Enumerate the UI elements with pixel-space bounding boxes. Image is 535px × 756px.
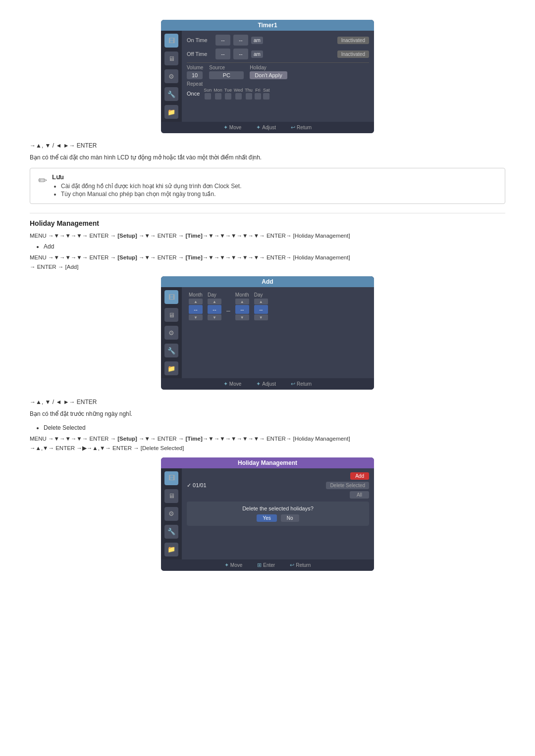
add-footer-return[interactable]: ↩ Return (291, 381, 312, 387)
day-up-1[interactable]: ▲ (208, 299, 221, 304)
off-time-hour[interactable]: -- (215, 49, 230, 59)
hm-panel-wrapper: Holiday Management 🎞 🖥 ⚙ 🔧 📁 ✓ 01/01 Add… (30, 457, 505, 571)
add-day-spinner-1: ▲ -- ▼ (208, 299, 221, 320)
month-up-2[interactable]: ▲ (235, 299, 249, 304)
day-up-2[interactable]: ▲ (254, 299, 268, 304)
move-icon: ✦ (223, 124, 228, 131)
note-list: Cài đặt đồng hồ chỉ được kích hoạt khi s… (52, 183, 497, 198)
day-down-1[interactable]: ▼ (208, 314, 221, 320)
volume-value[interactable]: 10 (187, 71, 203, 79)
on-time-min[interactable]: -- (233, 35, 248, 46)
note-item-0: Cài đặt đồng hồ chỉ được kích hoạt khi s… (61, 183, 497, 190)
day-sun: Sun (204, 88, 212, 100)
add-panel: Add 🎞 🖥 ⚙ 🔧 📁 Month ▲ -- (161, 276, 374, 390)
bullet-list-delete: Delete Selected (30, 424, 505, 431)
add-sidebar-icon-3[interactable]: 🔧 (164, 344, 178, 357)
hm-all-btn[interactable]: All (350, 491, 369, 499)
add-sidebar-icon-1[interactable]: 🖥 (164, 308, 178, 322)
hm-footer-move[interactable]: ✦ Move (224, 562, 242, 568)
month-down-2[interactable]: ▼ (235, 314, 249, 320)
footer-move-btn[interactable]: ✦ Move (223, 124, 241, 131)
add-day-group-1: Day ▲ -- ▼ (208, 292, 221, 320)
source-value[interactable]: PC (209, 71, 244, 79)
footer-return-btn[interactable]: ↩ Return (291, 124, 312, 131)
day-thu: Thu (245, 88, 253, 100)
on-time-hour[interactable]: -- (215, 35, 230, 46)
add-sidebar-icon-2[interactable]: ⚙ (164, 326, 178, 340)
hm-panel-title: Holiday Management (161, 457, 374, 468)
note-box: ✏ Lưu Cài đặt đồng hồ chỉ được kích hoạt… (30, 168, 505, 204)
add-day-group-2: Day ▲ -- ▼ (254, 292, 268, 320)
hm-confirm-btns: Yes No (193, 514, 363, 522)
on-time-ampm[interactable]: am (251, 37, 263, 44)
timer-panel-body: 🎞 🖥 ⚙ 🔧 📁 On Time -- -- am Inactivated O… (161, 31, 374, 122)
timer-panel-content: On Time -- -- am Inactivated Off Time --… (182, 31, 374, 122)
sidebar-icon-3[interactable]: 🔧 (164, 87, 178, 101)
hm-move-icon: ✦ (224, 562, 229, 568)
nav-hint-1: →▲, ▼ / ◄ ►→ ENTER (30, 142, 505, 149)
hm-panel-content: ✓ 01/01 Add Delete Selected All Delete t… (182, 468, 374, 559)
hm-add-btn[interactable]: Add (350, 472, 369, 480)
section-divider-1 (30, 213, 505, 213)
menu-path-2: MENU →▼→▼→▼→ ENTER → [Setup] →▼→ ENTER →… (30, 253, 505, 271)
sidebar-icon-0[interactable]: 🎞 (164, 34, 178, 48)
holiday-label: Holiday (250, 65, 266, 70)
holiday-value[interactable]: Don't Apply (250, 71, 287, 79)
note-icon: ✏ (38, 174, 47, 187)
sidebar-icon-1[interactable]: 🖥 (164, 51, 178, 65)
add-panel-footer: ✦ Move ✦ Adjust ↩ Return (161, 378, 374, 390)
hm-no-btn[interactable]: No (281, 514, 299, 522)
off-time-ampm[interactable]: am (251, 50, 263, 58)
footer-adjust-btn[interactable]: ✦ Adjust (256, 124, 276, 131)
day-fri: Fri (255, 88, 261, 100)
timer-panel: Timer1 🎞 🖥 ⚙ 🔧 📁 On Time -- -- am Inacti… (161, 20, 374, 133)
add-sidebar-icon-0[interactable]: 🎞 (164, 290, 178, 304)
add-month-label-1: Month (189, 292, 203, 298)
add-day-label-1: Day (208, 292, 216, 298)
month-up-1[interactable]: ▲ (189, 299, 203, 304)
hm-sidebar-icon-0[interactable]: 🎞 (164, 471, 178, 485)
off-time-label: Off Time (187, 51, 213, 57)
hm-footer-enter[interactable]: ⊞ Enter (257, 562, 275, 568)
hm-buttons: Add Delete Selected All (326, 472, 369, 499)
on-time-label: On Time (187, 37, 213, 43)
menu-path-1: MENU →▼→▼→▼→ ENTER → [Setup] →▼→ ENTER →… (30, 231, 505, 240)
add-dash: – (226, 306, 230, 314)
return-icon: ↩ (291, 124, 295, 131)
hm-delete-selected-btn[interactable]: Delete Selected (326, 482, 369, 489)
add-move-icon: ✦ (223, 381, 228, 387)
hm-sidebar-icon-4[interactable]: 📁 (164, 543, 178, 556)
add-sidebar-icon-4[interactable]: 📁 (164, 361, 178, 375)
add-month-group-2: Month ▲ -- ▼ (235, 292, 249, 320)
hm-sidebar-icon-2[interactable]: ⚙ (164, 507, 178, 521)
hm-panel-footer: ✦ Move ⊞ Enter ↩ Return (161, 559, 374, 571)
sidebar-icon-2[interactable]: ⚙ (164, 69, 178, 83)
timer-sidebar: 🎞 🖥 ⚙ 🔧 📁 (161, 31, 182, 122)
add-panel-body: 🎞 🖥 ⚙ 🔧 📁 Month ▲ -- ▼ (161, 287, 374, 378)
menu-path-3: MENU →▼→▼→▼→ ENTER → [Setup] →▼→ ENTER →… (30, 434, 505, 453)
add-footer-move[interactable]: ✦ Move (223, 381, 241, 387)
hm-confirm-box: Delete the selected holidays? Yes No (187, 502, 369, 526)
sidebar-icon-4[interactable]: 📁 (164, 105, 178, 119)
add-footer-adjust[interactable]: ✦ Adjust (256, 381, 276, 387)
hm-panel: Holiday Management 🎞 🖥 ⚙ 🔧 📁 ✓ 01/01 Add… (161, 457, 374, 571)
month-down-1[interactable]: ▼ (189, 314, 203, 320)
adjust-icon: ✦ (256, 124, 261, 131)
off-time-status: Inactivated (337, 50, 369, 58)
hm-sidebar-icon-1[interactable]: 🖥 (164, 489, 178, 503)
note-item-1: Tùy chọn Manual cho phép bạn chọn một ng… (61, 191, 497, 198)
off-time-row: Off Time -- -- am Inactivated (187, 49, 369, 59)
day-down-2[interactable]: ▼ (254, 314, 268, 320)
add-month-spinner-2: ▲ -- ▼ (235, 299, 249, 320)
day-val-1: -- (208, 305, 221, 314)
hm-footer-return[interactable]: ↩ Return (290, 562, 311, 568)
hm-yes-btn[interactable]: Yes (257, 514, 276, 522)
repeat-days-row: Once Sun Mon Tue (187, 88, 369, 100)
timer-panel-title: Timer1 (161, 20, 374, 31)
timer-panel-wrapper: Timer1 🎞 🖥 ⚙ 🔧 📁 On Time -- -- am Inacti… (30, 20, 505, 133)
source-label: Source (209, 65, 225, 70)
hm-sidebar-icon-3[interactable]: 🔧 (164, 525, 178, 539)
off-time-min[interactable]: -- (233, 49, 248, 59)
repeat-label: Repeat (187, 81, 369, 87)
add-month-label-2: Month (235, 292, 249, 298)
